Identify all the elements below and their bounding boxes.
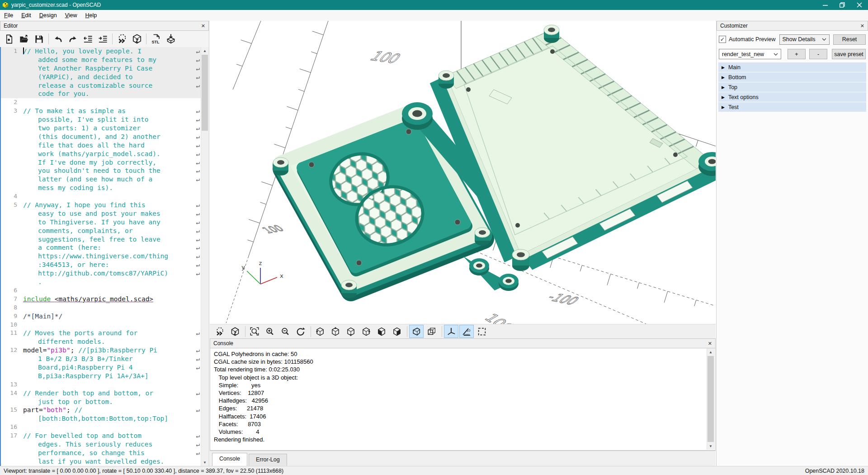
scroll-up-icon[interactable]: ▲ bbox=[707, 348, 714, 356]
editor-line-row[interactable]: 15part="both"; //↵ bbox=[1, 406, 201, 414]
editor-line-row[interactable]: work (maths/yarpic_model.scad).↵ bbox=[1, 150, 201, 158]
editor-line-row[interactable]: release a customizable source↵ bbox=[1, 81, 201, 90]
expander-icon[interactable]: ▶ bbox=[722, 75, 725, 80]
menu-edit[interactable]: Edit bbox=[17, 11, 35, 20]
preview-button[interactable] bbox=[114, 32, 129, 46]
editor-line-row[interactable]: :3464513, or here:↵ bbox=[1, 261, 201, 269]
editor-line-row[interactable]: http://github.com/tomsc87/YARPiC)↵ bbox=[1, 269, 201, 278]
editor-line-row[interactable]: possible, I've split it into↵ bbox=[1, 115, 201, 124]
remove-preset-button[interactable]: - bbox=[809, 49, 827, 59]
vp-reset-view[interactable] bbox=[293, 325, 308, 338]
vp-zoom-out[interactable] bbox=[278, 325, 292, 338]
customizer-group-text-options[interactable]: ▶Text options bbox=[718, 92, 866, 102]
editor-line-row[interactable]: 5// Anyway, I hope you find this↵ bbox=[1, 201, 201, 209]
editor-line-row[interactable]: edges. This seriously reduces↵ bbox=[1, 440, 201, 449]
editor-line-row[interactable]: If I've done my job correctly,↵ bbox=[1, 158, 201, 167]
vp-show-crosshairs[interactable] bbox=[475, 325, 489, 338]
editor-line-row[interactable]: file that does all the hard↵ bbox=[1, 141, 201, 150]
editor-close-icon[interactable]: ✕ bbox=[201, 23, 205, 29]
expander-icon[interactable]: ▶ bbox=[722, 105, 725, 109]
unindent-button[interactable] bbox=[80, 32, 95, 46]
customizer-group-bottom[interactable]: ▶Bottom bbox=[718, 72, 866, 82]
vp-preview[interactable] bbox=[212, 325, 227, 338]
export-model-button[interactable] bbox=[163, 32, 178, 46]
editor-line-row[interactable]: Yet Another Raspberry Pi Case↵ bbox=[1, 64, 201, 73]
editor-line-row[interactable]: 4 bbox=[1, 192, 201, 201]
tab-error-log[interactable]: Error-Log bbox=[249, 454, 287, 466]
editor-line-row[interactable]: . bbox=[1, 278, 201, 286]
redo-button[interactable] bbox=[66, 32, 80, 46]
expander-icon[interactable]: ▶ bbox=[722, 65, 725, 70]
editor-line-row[interactable]: 16 bbox=[1, 423, 201, 432]
editor-line-row[interactable]: you shouldn't need to touch the↵ bbox=[1, 166, 201, 175]
menu-design[interactable]: Design bbox=[35, 11, 61, 20]
editor-line-row[interactable]: https://www.thingiverse.com/thing↵ bbox=[1, 252, 201, 261]
editor-line-row[interactable]: 14// Render both top and bottom, or↵ bbox=[1, 389, 201, 398]
editor-line-row[interactable]: (YARPiC), and decided to↵ bbox=[1, 73, 201, 81]
tab-console[interactable]: Console bbox=[212, 453, 247, 466]
console-close-icon[interactable]: ✕ bbox=[708, 341, 712, 347]
editor-line-row[interactable]: comments, complaints, or↵ bbox=[1, 227, 201, 235]
editor-line-row[interactable]: 3// To make it as simple as↵ bbox=[1, 107, 201, 115]
vp-zoom-in[interactable] bbox=[263, 325, 277, 338]
scroll-down-icon[interactable]: ▼ bbox=[707, 442, 714, 450]
automatic-preview-checkbox[interactable]: ✓ bbox=[719, 36, 726, 43]
editor-line-row[interactable]: mess my coding is). bbox=[1, 184, 201, 192]
scroll-down-icon[interactable]: ▼ bbox=[201, 459, 208, 466]
vp-orthogonal[interactable] bbox=[425, 325, 439, 338]
editor-line-row[interactable]: 7include <maths/yarpic_model.scad> bbox=[1, 295, 201, 304]
menu-file[interactable]: File bbox=[0, 11, 17, 20]
code-editor[interactable]: 1// Hello, you lovely people. I↵added so… bbox=[0, 47, 201, 466]
editor-line-row[interactable]: two parts: 1) a customizer↵ bbox=[1, 124, 201, 133]
console-scroll-thumb[interactable] bbox=[708, 356, 714, 442]
vp-show-scale-markers[interactable] bbox=[459, 325, 474, 338]
menu-view[interactable]: View bbox=[61, 11, 81, 20]
vp-zoom-all[interactable] bbox=[247, 325, 262, 338]
editor-line-row[interactable]: [both:Both,bottom:Bottom,top:Top] bbox=[1, 414, 201, 423]
vp-view-back[interactable] bbox=[390, 325, 404, 338]
save-file-button[interactable] bbox=[32, 32, 47, 46]
undo-button[interactable] bbox=[51, 32, 66, 46]
editor-line-row[interactable]: 12model="pi3b"; //[pi3b:Raspberry Pi↵ bbox=[1, 346, 201, 355]
editor-line-row[interactable]: 2 bbox=[1, 98, 201, 107]
vp-view-left[interactable] bbox=[359, 325, 373, 338]
editor-line-row[interactable]: Board,pi4:Raspberry Pi 4↵ bbox=[1, 363, 201, 372]
save-preset-button[interactable]: save preset bbox=[832, 49, 866, 59]
editor-line-row[interactable]: suggestions, feel free to leave↵ bbox=[1, 235, 201, 244]
render-button[interactable] bbox=[129, 32, 144, 46]
editor-line-row[interactable]: a comment (here:↵ bbox=[1, 243, 201, 252]
close-button[interactable] bbox=[851, 0, 868, 10]
reset-button[interactable]: Reset bbox=[833, 34, 866, 45]
preset-dropdown[interactable]: render_test_new bbox=[719, 49, 781, 59]
new-file-button[interactable] bbox=[2, 32, 17, 46]
editor-panel-header[interactable]: Editor ✕ bbox=[0, 21, 209, 31]
vp-view-top[interactable] bbox=[328, 325, 343, 338]
editor-line-row[interactable]: latter (and see how much of a↵ bbox=[1, 175, 201, 184]
3d-viewport[interactable]: 100 100 100 -100 bbox=[210, 21, 716, 324]
editor-line-row[interactable]: 17// For bevelled top and bottom↵ bbox=[1, 432, 201, 440]
editor-line-row[interactable]: added some more features to my↵ bbox=[1, 56, 201, 64]
editor-line-row[interactable]: to Thingiverse. If you have any↵ bbox=[1, 218, 201, 227]
customizer-group-main[interactable]: ▶Main bbox=[718, 62, 866, 72]
editor-line-row[interactable]: performance, so change this↵ bbox=[1, 449, 201, 457]
editor-line-row[interactable]: just top or bottom. bbox=[1, 398, 201, 406]
customizer-group-top[interactable]: ▶Top bbox=[718, 82, 866, 92]
console-scrollbar[interactable]: ▲ ▼ bbox=[707, 348, 715, 450]
editor-line-row[interactable]: 1// Hello, you lovely people. I↵ bbox=[1, 47, 201, 56]
minimize-button[interactable] bbox=[816, 0, 834, 10]
restore-button[interactable] bbox=[834, 0, 851, 10]
customizer-panel-header[interactable]: Customizer ✕ bbox=[717, 21, 868, 31]
editor-line-row[interactable]: 9/*[Main]*/ bbox=[1, 312, 201, 321]
customizer-group-test[interactable]: ▶Test bbox=[718, 102, 866, 112]
export-stl-button[interactable] bbox=[148, 32, 163, 46]
expander-icon[interactable]: ▶ bbox=[722, 95, 725, 100]
editor-line-row[interactable]: B,pi3a:Raspberry Pi 1A+/3A+] bbox=[1, 372, 201, 380]
editor-line-row[interactable]: 10 bbox=[1, 321, 201, 329]
console-panel-header[interactable]: Console ✕ bbox=[210, 338, 716, 348]
vp-view-right[interactable] bbox=[313, 325, 327, 338]
open-file-button[interactable] bbox=[17, 32, 32, 46]
expander-icon[interactable]: ▶ bbox=[722, 85, 725, 90]
editor-line-row[interactable]: different models. bbox=[1, 337, 201, 346]
customizer-close-icon[interactable]: ✕ bbox=[860, 23, 864, 29]
editor-line-row[interactable]: (this document), and 2) another↵ bbox=[1, 133, 201, 141]
